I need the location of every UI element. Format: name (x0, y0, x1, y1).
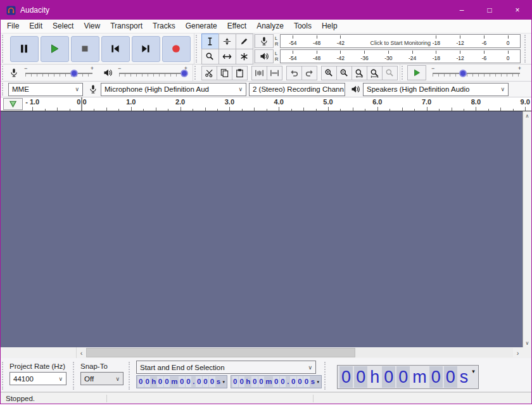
chevron-down-icon[interactable]: ▾ (470, 368, 477, 374)
toolbar-grip[interactable] (196, 35, 200, 63)
vertical-scrollbar[interactable]: ∧ ∨ (522, 111, 531, 347)
meter-tick (329, 35, 353, 40)
play-speed-slider[interactable]: −+ (429, 66, 524, 79)
menu-item-transport[interactable]: Transport (105, 20, 148, 33)
stop-button[interactable] (71, 36, 99, 62)
toolbar-grip[interactable] (324, 362, 329, 390)
skip-to-end-button[interactable] (132, 36, 160, 62)
toolbar-grip[interactable] (2, 83, 6, 96)
maximize-button[interactable]: □ (476, 1, 504, 20)
fit-selection-button[interactable] (352, 66, 367, 80)
envelope-tool[interactable] (218, 34, 236, 49)
timeshift-tool[interactable] (218, 49, 236, 65)
menu-item-analyze[interactable]: Analyze (251, 20, 289, 33)
ruler-tick (143, 109, 144, 111)
menu-item-tracks[interactable]: Tracks (148, 20, 180, 33)
minimize-button[interactable]: – (448, 1, 476, 20)
playback-meter-bar[interactable]: -54-48-42-36-30-24-18-12-60 (280, 49, 521, 63)
recording-device-select[interactable]: Microphone (High Definition Aud∨ (101, 83, 246, 96)
slider-ticks (119, 74, 186, 77)
pause-button[interactable] (10, 36, 39, 62)
vertical-scroll-track[interactable] (523, 120, 531, 338)
play-icon (49, 43, 60, 54)
recording-meter-bar[interactable]: -54-48-42-18-12-60Click to Start Monitor… (280, 34, 521, 48)
toolbar-grip[interactable] (2, 362, 7, 390)
playback-device-select[interactable]: Speakers (High Definition Audio∨ (363, 83, 509, 96)
ruler-tick (254, 108, 255, 111)
toolbar-grip[interactable] (402, 66, 406, 80)
play-at-speed-button[interactable] (407, 65, 426, 80)
multi-tool[interactable] (236, 49, 253, 65)
recording-meter-button[interactable] (255, 34, 274, 48)
selection-mode-select[interactable]: Start and End of Selection∨ (136, 361, 316, 374)
record-icon (170, 43, 182, 54)
ruler-label: 1.0 (126, 98, 136, 106)
zoom-tool[interactable] (201, 49, 219, 65)
timeline-options-button[interactable] (3, 98, 23, 110)
playback-volume-slider[interactable]: −+ (115, 66, 190, 79)
trim-outside-selection-button[interactable] (251, 66, 267, 80)
plus-label: + (91, 65, 94, 71)
scroll-up-icon[interactable]: ∧ (523, 111, 531, 120)
horizontal-scroll-track[interactable] (86, 348, 513, 357)
horizontal-scroll-thumb[interactable] (86, 348, 355, 357)
selection-end-field[interactable]: 00h00m00.000s▾ (231, 375, 322, 388)
snap-to-select[interactable]: Off∨ (80, 372, 124, 385)
menu-item-file[interactable]: File (2, 20, 24, 33)
asterisk-icon (239, 52, 249, 61)
selection-start-field[interactable]: 00h00m00.000s▾ (136, 375, 227, 388)
paste-button[interactable] (232, 66, 248, 80)
menu-item-generate[interactable]: Generate (180, 20, 222, 33)
selection-tool[interactable] (201, 34, 219, 49)
zoom-toggle-button[interactable] (382, 66, 398, 80)
redo-icon (305, 68, 314, 78)
meter-tick (353, 51, 377, 55)
recording-volume-slider[interactable]: −+ (22, 66, 96, 79)
toolbar-grip[interactable] (2, 35, 6, 63)
cut-button[interactable] (201, 66, 217, 80)
menu-item-help[interactable]: Help (317, 20, 343, 33)
playback-meter-button[interactable] (255, 49, 274, 63)
play-button[interactable] (41, 36, 69, 62)
audio-host-select[interactable]: MME∨ (8, 83, 83, 96)
undo-button[interactable] (286, 66, 302, 80)
slider-thumb[interactable] (180, 70, 188, 77)
ruler-label: 4.0 (274, 98, 284, 106)
menu-item-effect[interactable]: Effect (222, 20, 251, 33)
zoom-out-button[interactable] (336, 66, 352, 80)
scroll-left-icon[interactable]: ‹ (77, 347, 86, 358)
toolbar-grip[interactable] (73, 362, 78, 390)
tools-toolbar (194, 34, 255, 64)
toolbar-grip[interactable] (524, 35, 529, 63)
chevron-down-icon[interactable]: ▾ (222, 380, 227, 385)
recording-channels-select[interactable]: 2 (Stereo) Recording Chann∨ (249, 83, 345, 96)
timeline-ruler[interactable]: - 1.00.01.02.03.04.05.06.07.08.09.0 (1, 97, 531, 111)
ruler-tick (45, 109, 46, 111)
menu-item-view[interactable]: View (79, 20, 105, 33)
menu-item-tools[interactable]: Tools (289, 20, 317, 33)
toolbar-grip[interactable] (194, 66, 199, 80)
toolbar-grip[interactable] (129, 362, 134, 390)
menu-item-select[interactable]: Select (48, 20, 79, 33)
time-segment: m (410, 366, 429, 388)
draw-tool[interactable] (236, 34, 253, 49)
silence-selection-button[interactable] (267, 66, 282, 80)
scroll-down-icon[interactable]: ∨ (523, 338, 531, 347)
menu-item-edit[interactable]: Edit (24, 20, 48, 33)
toolbar-grip[interactable] (2, 66, 6, 80)
scroll-right-icon[interactable]: › (513, 347, 522, 358)
record-button[interactable] (162, 36, 191, 62)
fit-project-button[interactable] (367, 66, 383, 80)
close-button[interactable]: × (504, 1, 531, 20)
project-rate-select[interactable]: 44100∨ (10, 372, 66, 385)
track-area[interactable]: ∧ ∨ (1, 111, 531, 347)
zoom-in-button[interactable] (321, 66, 337, 80)
skip-to-start-button[interactable] (101, 36, 130, 62)
redo-button[interactable] (301, 66, 317, 80)
chevron-down-icon[interactable]: ▾ (316, 380, 321, 385)
time-segment: 0 (444, 366, 457, 388)
meter-monitor-text[interactable]: Click to Start Monitoring (281, 40, 520, 46)
audio-position-display[interactable]: 00h00m00s▾ (337, 365, 479, 389)
time-segment: 0 (290, 376, 296, 387)
copy-button[interactable] (217, 66, 232, 80)
